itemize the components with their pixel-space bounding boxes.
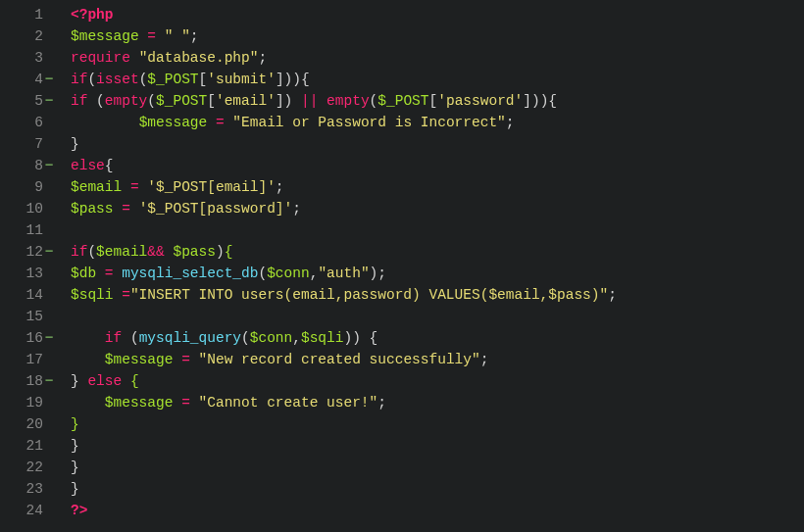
token-var: $_POST bbox=[377, 93, 428, 109]
token-str: "New record created successfully" bbox=[199, 352, 480, 367]
code-line[interactable]: $message = "Email or Password is Incorre… bbox=[71, 112, 617, 133]
code-line[interactable]: $email = '$_POST[email]'; bbox=[71, 176, 617, 198]
token-var: $sqli bbox=[71, 287, 114, 303]
token-var: $conn bbox=[250, 330, 293, 346]
code-line[interactable]: else{ bbox=[71, 155, 617, 176]
code-line[interactable]: $message = "Cannot create user!"; bbox=[71, 392, 617, 413]
fold-marker-icon[interactable]: − bbox=[43, 90, 55, 112]
line-number: 15 bbox=[0, 306, 43, 327]
line-number-text: 22 bbox=[26, 459, 43, 475]
code-line[interactable]: $message = "New record created successfu… bbox=[71, 349, 617, 370]
token-punc bbox=[71, 352, 105, 367]
code-line[interactable]: } bbox=[71, 457, 617, 478]
line-number: 21 bbox=[0, 435, 43, 457]
line-number: 19 bbox=[0, 392, 43, 413]
line-number-text: 12 bbox=[26, 244, 43, 260]
code-line[interactable]: if($email&& $pass){ bbox=[71, 241, 617, 263]
line-number-text: 17 bbox=[26, 352, 43, 367]
code-line[interactable]: } bbox=[71, 133, 617, 155]
code-area[interactable]: <?php$message = " ";require "database.ph… bbox=[47, 4, 617, 521]
fold-marker-icon[interactable]: − bbox=[43, 241, 55, 263]
token-str: "Email or Password is Incorrect" bbox=[232, 115, 505, 130]
token-keyword: isset bbox=[96, 72, 139, 87]
code-line[interactable]: <?php bbox=[71, 4, 617, 25]
token-punc: ; bbox=[608, 287, 617, 303]
code-editor[interactable]: 1234−5−678−9101112−13141516−1718−1920212… bbox=[0, 0, 804, 521]
code-line[interactable]: } bbox=[71, 435, 617, 457]
line-number: 14 bbox=[0, 284, 43, 306]
token-keyword: if bbox=[71, 72, 87, 87]
token-var: $db bbox=[71, 266, 96, 281]
fold-marker-icon[interactable]: − bbox=[43, 69, 55, 90]
line-number: 2 bbox=[0, 25, 43, 47]
token-var: $pass bbox=[71, 201, 114, 217]
token-punc bbox=[190, 395, 199, 411]
token-punc: { bbox=[105, 158, 114, 173]
line-number: 18− bbox=[0, 370, 43, 392]
token-punc: [ bbox=[429, 93, 438, 109]
code-line[interactable]: } bbox=[71, 478, 617, 500]
token-punc: [ bbox=[199, 72, 208, 87]
token-str: "database.php" bbox=[139, 50, 259, 66]
fold-marker-icon[interactable]: − bbox=[43, 327, 55, 349]
token-punc: } bbox=[71, 136, 79, 152]
token-punc bbox=[71, 330, 105, 346]
token-var: $message bbox=[139, 115, 208, 130]
line-number-text: 23 bbox=[26, 481, 43, 497]
code-line[interactable]: $db = mysqli_select_db($conn,"auth"); bbox=[71, 263, 617, 284]
code-line[interactable]: if (empty($_POST['email']) || empty($_PO… bbox=[71, 90, 617, 112]
token-var: $conn bbox=[267, 266, 310, 281]
code-line[interactable]: } else { bbox=[71, 370, 617, 392]
line-number-gutter: 1234−5−678−9101112−13141516−1718−1920212… bbox=[0, 4, 47, 521]
token-brace: } bbox=[71, 416, 79, 432]
line-number: 11 bbox=[0, 219, 43, 241]
line-number: 23 bbox=[0, 478, 43, 500]
code-line[interactable] bbox=[71, 306, 617, 327]
line-number-text: 21 bbox=[26, 438, 43, 454]
token-keyword: empty bbox=[105, 93, 148, 109]
token-op: = bbox=[147, 28, 156, 44]
token-str: 'submit' bbox=[207, 72, 276, 87]
token-punc: ; bbox=[190, 28, 199, 44]
line-number: 17 bbox=[0, 349, 43, 370]
code-line[interactable] bbox=[71, 219, 617, 241]
code-line[interactable]: $message = " "; bbox=[71, 25, 617, 47]
code-line[interactable]: ?> bbox=[71, 500, 617, 521]
token-str: '$_POST[email]' bbox=[147, 179, 276, 195]
token-keyword: if bbox=[71, 93, 87, 109]
token-punc bbox=[207, 115, 216, 130]
fold-marker-icon[interactable]: − bbox=[43, 370, 55, 392]
token-punc: ; bbox=[377, 395, 386, 411]
token-punc: ; bbox=[276, 179, 284, 195]
line-number: 3 bbox=[0, 47, 43, 69]
line-number-text: 13 bbox=[26, 266, 43, 281]
line-number-text: 16 bbox=[26, 330, 43, 346]
token-punc: ) bbox=[216, 244, 225, 260]
token-op: = bbox=[105, 266, 114, 281]
fold-marker-icon[interactable]: − bbox=[43, 155, 55, 176]
token-keyword: require bbox=[71, 50, 130, 66]
token-op: = bbox=[122, 287, 130, 303]
token-punc bbox=[71, 395, 105, 411]
token-punc bbox=[71, 115, 139, 130]
line-number-text: 15 bbox=[26, 309, 43, 324]
token-str: "INSERT INTO users(email,password) VALUE… bbox=[130, 287, 608, 303]
code-line[interactable]: $sqli ="INSERT INTO users(email,password… bbox=[71, 284, 617, 306]
line-number-text: 8 bbox=[34, 158, 43, 173]
token-keyword: else bbox=[71, 158, 105, 173]
code-line[interactable]: } bbox=[71, 413, 617, 435]
token-op: = bbox=[216, 115, 225, 130]
code-line[interactable]: if(isset($_POST['submit'])){ bbox=[71, 69, 617, 90]
token-punc: [ bbox=[207, 93, 216, 109]
code-line[interactable]: require "database.php"; bbox=[71, 47, 617, 69]
token-var: $sqli bbox=[301, 330, 344, 346]
code-line[interactable]: $pass = '$_POST[password]'; bbox=[71, 198, 617, 219]
token-punc bbox=[96, 266, 105, 281]
token-str: " " bbox=[165, 28, 190, 44]
token-punc: ( bbox=[258, 266, 267, 281]
line-number-text: 2 bbox=[34, 28, 43, 44]
code-line[interactable]: if (mysqli_query($conn,$sqli)) { bbox=[71, 327, 617, 349]
token-punc: )) { bbox=[343, 330, 377, 346]
line-number: 20 bbox=[0, 413, 43, 435]
token-punc: ( bbox=[87, 244, 96, 260]
